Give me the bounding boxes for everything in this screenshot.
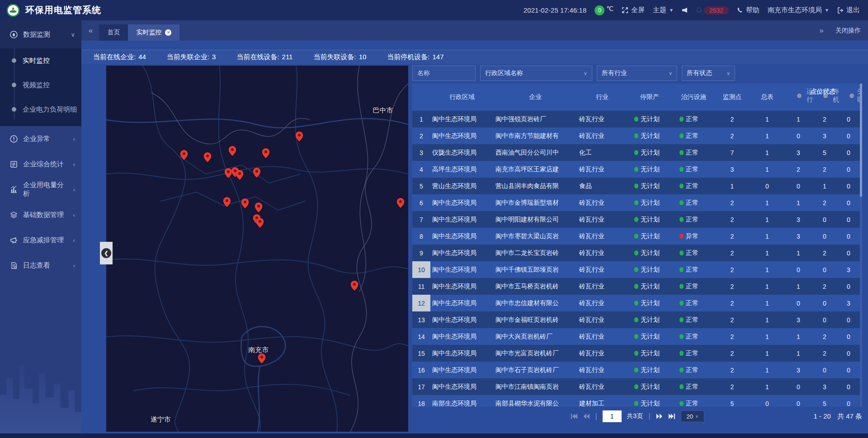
- sidebar-item-power-load-detail[interactable]: 企业电力负荷明细: [0, 97, 81, 122]
- map-pin[interactable]: [396, 198, 404, 210]
- cell-points: 5: [715, 400, 749, 407]
- sidebar: 数据监测 ∨ 实时监控 视频监控 企业电力负荷明细 企业异常‹ 企业综合统计‹: [0, 20, 81, 433]
- fullscreen-button[interactable]: 全屏: [622, 6, 645, 14]
- tab-close-icon[interactable]: ✕: [165, 29, 171, 36]
- table-row[interactable]: 16阆中生态环境局阆中市石子页岩机砖厂砖瓦行业无计划正常21300: [412, 362, 862, 378]
- table-row[interactable]: 2阆中生态环境局阆中市南方节能建材有砖瓦行业无计划正常21030: [412, 127, 862, 144]
- map[interactable]: ❮ 巴中市南充市遂宁市: [106, 66, 408, 432]
- map-pin[interactable]: [262, 148, 269, 160]
- table-row[interactable]: 14阆中生态环境局阆中大兴页岩机砖厂砖瓦行业无计划正常21120: [412, 328, 862, 345]
- cell-points: 2: [715, 383, 749, 391]
- mute-button[interactable]: [682, 7, 688, 13]
- tab-home[interactable]: 首页: [99, 24, 128, 41]
- table-row[interactable]: 6阆中生态环境局阆中市金博瑞新型墙材砖瓦行业无计划正常21120: [412, 194, 862, 211]
- cell-offline: 0: [838, 116, 859, 123]
- row-index: 10: [412, 261, 430, 278]
- map-pin[interactable]: [255, 203, 262, 214]
- map-pin[interactable]: [256, 218, 264, 230]
- tabs-scroll-right-icon[interactable]: »: [820, 26, 824, 35]
- table-row[interactable]: 12阆中生态环境局阆中市忠信建材有限公砖瓦行业无计划正常21003: [412, 295, 862, 311]
- cell-industry: 食品: [577, 182, 627, 190]
- sidebar-item-enterprise-stats[interactable]: 企业综合统计‹: [0, 151, 81, 177]
- table-row[interactable]: 9阆中生态环境局阆中市二龙长宝页岩砖砖瓦行业无计划正常21120: [412, 245, 862, 261]
- org-dropdown[interactable]: 南充市生态环境局▼: [768, 6, 829, 14]
- col-production: 停限产: [627, 84, 672, 111]
- cell-facility: 正常: [672, 366, 715, 374]
- cell-points: 2: [715, 316, 749, 324]
- industry-select[interactable]: 所有行业∨: [597, 66, 677, 81]
- temperature-badge: 0: [594, 5, 604, 15]
- cell-industry: 砖瓦行业: [577, 383, 627, 391]
- map-pin[interactable]: [223, 197, 231, 209]
- next-page-button[interactable]: [656, 414, 663, 419]
- name-search-input[interactable]: 名称: [412, 66, 476, 81]
- table-row[interactable]: 8阆中生态环境局阆中市枣碧大梁山页岩砖瓦行业无计划异常21300: [412, 228, 862, 245]
- page-number-input[interactable]: 1: [603, 410, 622, 422]
- sidebar-item-realtime-monitor[interactable]: 实时监控: [0, 48, 81, 73]
- cell-run: 2: [785, 166, 811, 173]
- page-size-select[interactable]: 20∨: [681, 410, 704, 422]
- notification-indicator[interactable]: 2632: [696, 6, 729, 14]
- help-button[interactable]: 帮助: [737, 6, 760, 14]
- map-pin[interactable]: [180, 150, 188, 162]
- table-row[interactable]: 4高坪生态环境局南充市高坪区王家店建砖瓦行业无计划正常31220: [412, 161, 862, 178]
- cell-facility: 正常: [672, 182, 715, 190]
- table-row[interactable]: 13阆中生态环境局阆中市金福旺页岩机砖砖瓦行业无计划正常21300: [412, 311, 862, 328]
- status-select[interactable]: 所有状态∨: [682, 66, 735, 81]
- map-pin[interactable]: [253, 168, 261, 179]
- map-pin[interactable]: [258, 353, 266, 365]
- tabs-scroll-left-icon[interactable]: «: [89, 26, 93, 35]
- map-pin[interactable]: [295, 132, 303, 143]
- table-row[interactable]: 7阆中生态环境局阆中明阳建材有限公司砖瓦行业无计划正常21300: [412, 211, 862, 228]
- cell-offline: 3: [838, 300, 859, 307]
- sidebar-item-video-monitor[interactable]: 视频监控: [0, 73, 81, 97]
- chevron-down-icon: ∨: [669, 71, 672, 76]
- cell-stop: 5: [811, 149, 838, 156]
- region-select[interactable]: 行政区域名称∨: [480, 66, 592, 81]
- map-city-label: 巴中市: [373, 106, 393, 114]
- status-dot-green: [634, 200, 638, 205]
- sidebar-item-data-monitoring[interactable]: 数据监测 ∨: [0, 20, 81, 48]
- table-row[interactable]: 11阆中生态环境局阆中市五马桥页岩机砖砖瓦行业无计划正常21120: [412, 278, 862, 295]
- close-operations-button[interactable]: 关闭操作: [835, 27, 861, 35]
- map-collapse-button[interactable]: ❮: [100, 242, 113, 264]
- cell-industry: 砖瓦行业: [577, 249, 627, 257]
- map-pin[interactable]: [236, 170, 244, 182]
- cell-points: 7: [715, 149, 749, 156]
- cell-meter: 1: [749, 233, 785, 240]
- sidebar-item-base-data[interactable]: 基础数据管理‹: [0, 202, 81, 227]
- cell-industry: 砖瓦行业: [577, 299, 627, 307]
- sidebar-item-logs[interactable]: 日志查看‹: [0, 253, 81, 278]
- table-row[interactable]: 1阆中生态环境局阆中强锐页岩砖厂砖瓦行业无计划正常21120: [412, 111, 862, 127]
- cell-production: 无计划: [627, 199, 672, 207]
- cell-run: 1: [785, 283, 811, 290]
- table-row[interactable]: 5营山生态环境局营山县润丰肉食品有限食品无计划正常10010: [412, 178, 862, 194]
- table-row[interactable]: 17阆中生态环境局阆中市江南镇阆南页岩砖瓦行业无计划正常21030: [412, 378, 862, 395]
- map-pin[interactable]: [229, 146, 236, 158]
- row-index: 2: [412, 127, 430, 144]
- table-scrollbar[interactable]: [860, 84, 862, 407]
- sidebar-item-enterprise-abnormal[interactable]: 企业异常‹: [0, 126, 81, 151]
- cell-points: 2: [715, 250, 749, 257]
- table-row[interactable]: 10阆中生态环境局阆中千佛镇五郎垭页岩砖瓦行业无计划正常21003: [412, 261, 862, 278]
- theme-dropdown[interactable]: 主题▼: [653, 6, 674, 14]
- tab-realtime-monitor[interactable]: 实时监控 ✕: [128, 24, 179, 41]
- scrollbar-thumb[interactable]: [860, 84, 862, 197]
- map-pin[interactable]: [203, 152, 211, 164]
- cell-industry: 砖瓦行业: [577, 283, 627, 291]
- last-page-button[interactable]: [668, 414, 675, 419]
- table-row[interactable]: 18南部生态环境局南部县砌华水泥有限公建材加工无计划正常50050: [412, 395, 862, 407]
- sidebar-item-emergency[interactable]: 应急减排管理‹: [0, 227, 81, 253]
- map-pin[interactable]: [241, 198, 249, 210]
- map-pin[interactable]: [351, 281, 359, 292]
- cell-company: 阆中明阳建材有限公司: [494, 216, 577, 224]
- first-page-button[interactable]: [570, 414, 577, 419]
- table-row[interactable]: 15阆中生态环境局阆中市光富页岩机砖厂砖瓦行业无计划正常21120: [412, 345, 862, 362]
- logout-icon: [837, 7, 844, 14]
- stat-offline-devices: 当前失联设备:10: [313, 53, 366, 61]
- prev-page-button[interactable]: [583, 414, 590, 419]
- logout-button[interactable]: 退出: [837, 6, 860, 14]
- sidebar-item-power-analysis[interactable]: 企业用电量分析‹: [0, 177, 81, 202]
- table-row[interactable]: 3仪陇生态环境局西南油气田分公司川中化工无计划正常71350: [412, 144, 862, 161]
- tab-bar: « 首页 实时监控 ✕ » 关闭操作: [81, 20, 868, 41]
